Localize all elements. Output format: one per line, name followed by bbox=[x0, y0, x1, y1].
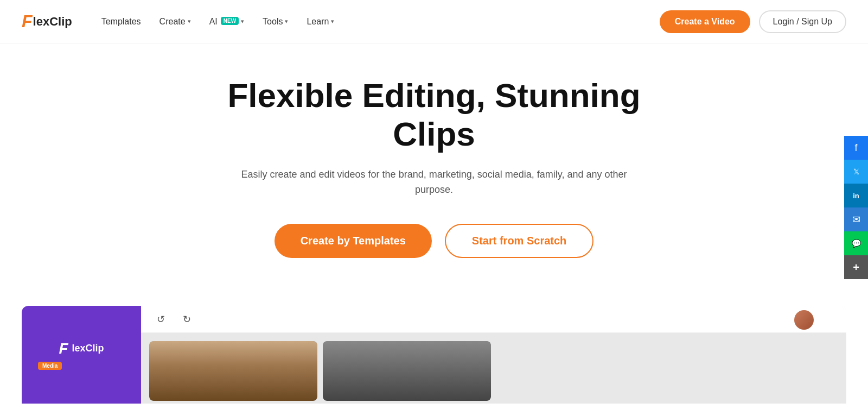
hero-buttons: Create by Templates Start from Scratch bbox=[275, 224, 594, 258]
ai-new-badge: NEW bbox=[221, 17, 239, 25]
hero-subtitle: Easily create and edit videos for the br… bbox=[231, 167, 637, 198]
hero-section: Flexible Editing, Stunning Clips Easily … bbox=[0, 43, 868, 306]
editor-canvas-area bbox=[141, 333, 846, 404]
editor-sidebar-logo: F lexClip bbox=[59, 340, 104, 357]
chevron-down-icon: ▾ bbox=[285, 18, 288, 25]
logo-f-letter: F bbox=[22, 11, 33, 32]
navbar: F lexClip Templates Create ▾ AI NEW ▾ To… bbox=[0, 0, 868, 43]
email-share-button[interactable]: ✉ bbox=[844, 207, 868, 231]
create-video-button[interactable]: Create a Video bbox=[660, 10, 750, 33]
editor-preview: F lexClip Media ↺ ↻ bbox=[22, 306, 846, 404]
nav-ai[interactable]: AI NEW ▾ bbox=[202, 12, 252, 31]
chat-share-button[interactable]: 💬 bbox=[844, 231, 868, 255]
linkedin-icon: in bbox=[853, 192, 859, 200]
hero-title: Flexible Editing, Stunning Clips bbox=[190, 76, 678, 154]
logo-text: lexClip bbox=[33, 15, 72, 29]
editor-sidebar: F lexClip Media bbox=[22, 306, 141, 404]
editor-logo-f: F bbox=[59, 340, 68, 357]
login-signup-button[interactable]: Login / Sign Up bbox=[759, 10, 846, 33]
video-thumbnail-1 bbox=[149, 341, 317, 401]
thumbnail-image-1 bbox=[149, 341, 317, 401]
logo[interactable]: F lexClip bbox=[22, 11, 72, 32]
nav-learn[interactable]: Learn ▾ bbox=[299, 12, 342, 31]
nav-create[interactable]: Create ▾ bbox=[152, 12, 199, 31]
linkedin-share-button[interactable]: in bbox=[844, 184, 868, 207]
more-share-button[interactable]: + bbox=[844, 255, 868, 279]
chat-icon: 💬 bbox=[852, 239, 861, 248]
editor-logo-text: lexClip bbox=[72, 343, 104, 354]
editor-media-tag: Media bbox=[38, 362, 62, 370]
user-avatar bbox=[794, 310, 814, 330]
twitter-icon: 𝕏 bbox=[853, 167, 859, 176]
nav-links: Templates Create ▾ AI NEW ▾ Tools ▾ Lear… bbox=[94, 12, 660, 31]
facebook-icon: f bbox=[854, 142, 857, 154]
nav-actions: Create a Video Login / Sign Up bbox=[660, 10, 846, 33]
nav-tools[interactable]: Tools ▾ bbox=[255, 12, 296, 31]
email-icon: ✉ bbox=[852, 213, 860, 225]
redo-button[interactable]: ↻ bbox=[178, 311, 195, 328]
nav-templates[interactable]: Templates bbox=[94, 12, 149, 31]
thumbnail-image-2 bbox=[323, 341, 491, 401]
undo-button[interactable]: ↺ bbox=[152, 311, 169, 328]
start-from-scratch-button[interactable]: Start from Scratch bbox=[445, 224, 594, 258]
video-thumbnail-2 bbox=[323, 341, 491, 401]
plus-icon: + bbox=[853, 261, 859, 274]
chevron-down-icon: ▾ bbox=[331, 18, 334, 25]
twitter-share-button[interactable]: 𝕏 bbox=[844, 160, 868, 184]
editor-toolbar: ↺ ↻ bbox=[141, 306, 846, 333]
chevron-down-icon: ▾ bbox=[188, 18, 191, 25]
facebook-share-button[interactable]: f bbox=[844, 136, 868, 160]
create-by-templates-button[interactable]: Create by Templates bbox=[275, 224, 432, 258]
social-sidebar: f 𝕏 in ✉ 💬 + bbox=[844, 136, 868, 279]
chevron-down-icon: ▾ bbox=[241, 18, 244, 25]
